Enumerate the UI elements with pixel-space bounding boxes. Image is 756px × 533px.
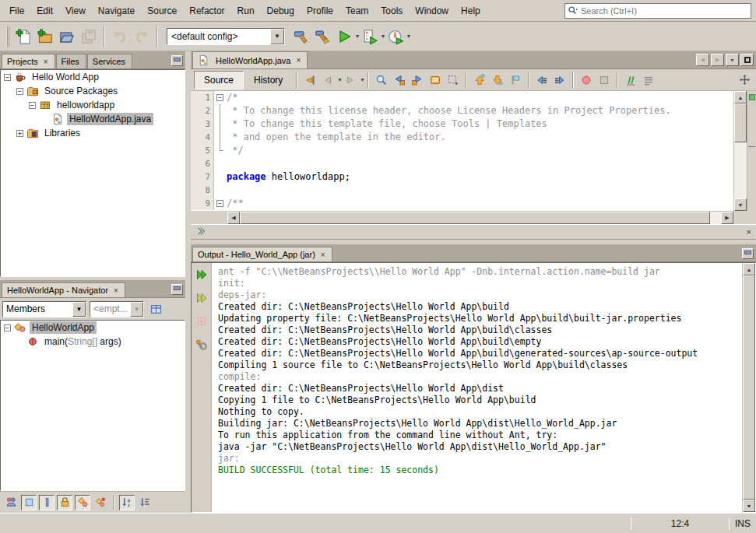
projects-tree-item[interactable]: −Source Packages — [1, 84, 185, 98]
config-select[interactable]: <default config>▼ — [167, 28, 285, 45]
close-navigator-icon[interactable]: × — [114, 286, 118, 295]
members-view-select[interactable]: Members ▼ — [2, 301, 86, 317]
last-edit-icon[interactable] — [301, 72, 318, 89]
bookmark-prev-icon[interactable] — [471, 72, 488, 89]
minimize-navigator-button[interactable] — [171, 284, 183, 295]
bookmark-next-icon[interactable] — [489, 72, 506, 89]
forward-icon[interactable] — [342, 72, 359, 89]
output-vertical-scrollbar[interactable]: ▲ ▼ — [742, 263, 755, 512]
profile-button[interactable] — [385, 26, 406, 47]
search-box[interactable] — [564, 3, 751, 19]
chevron-down-icon[interactable]: ▼ — [270, 29, 284, 44]
fold-collapse-icon[interactable]: − — [216, 200, 223, 207]
maximize-editor-button[interactable] — [740, 54, 754, 66]
chevron-down-icon[interactable]: ▼ — [72, 302, 86, 317]
tab-projects[interactable]: Projects× — [2, 54, 55, 68]
scrollbar-thumb[interactable] — [240, 212, 710, 224]
uncomment-icon[interactable] — [640, 72, 657, 89]
collapse-icon[interactable]: − — [29, 102, 36, 109]
fold-margin[interactable] — [214, 131, 227, 144]
rerun-alt-button[interactable] — [195, 291, 209, 305]
search-input[interactable] — [581, 5, 751, 17]
collapse-icon[interactable]: − — [4, 74, 11, 81]
menu-debug[interactable]: Debug — [261, 3, 301, 19]
find-next-icon[interactable] — [409, 72, 426, 89]
editor-tab[interactable]: HelloWorldApp.java × — [192, 51, 308, 68]
back-icon[interactable] — [319, 72, 336, 89]
fold-margin[interactable] — [214, 144, 227, 157]
shift-right-icon[interactable] — [551, 72, 568, 89]
close-breadcrumb-icon[interactable]: × — [747, 227, 751, 237]
expand-icon[interactable]: + — [16, 130, 23, 137]
sort-source-filter-button[interactable] — [137, 495, 153, 510]
split-editor-icon[interactable] — [736, 72, 753, 89]
inherited-filter-button[interactable] — [3, 495, 19, 510]
chevron-down-icon[interactable]: ▾ — [360, 76, 364, 83]
toolbar-grip[interactable] — [6, 26, 9, 47]
tab-list-dropdown-button[interactable]: ▼ — [726, 54, 739, 66]
new-project-button[interactable] — [34, 26, 56, 47]
sort-alpha-filter-button[interactable]: az — [119, 495, 135, 510]
source-view-button[interactable]: Source — [194, 71, 244, 89]
scroll-tabs-right-button[interactable]: ▶ — [711, 54, 724, 66]
fold-margin[interactable] — [214, 104, 227, 117]
rerun-button[interactable] — [195, 268, 209, 282]
scroll-up-arrow[interactable]: ▲ — [743, 263, 755, 275]
inner-class-dot-filter-button[interactable] — [93, 495, 108, 510]
stop-button[interactable] — [195, 314, 209, 328]
scroll-right-arrow[interactable]: ▶ — [721, 212, 733, 224]
menu-view[interactable]: View — [59, 3, 92, 19]
minimize-projects-button[interactable] — [171, 55, 183, 66]
output-console[interactable]: ant -f "C:\\NetBeansProjects\\Hello Worl… — [212, 263, 742, 512]
code-editor[interactable]: 1−/*2 * To change this license header, c… — [191, 91, 756, 211]
chevron-down-icon[interactable]: ▾ — [407, 33, 410, 40]
open-project-button[interactable] — [56, 26, 78, 47]
fold-margin[interactable] — [214, 170, 227, 184]
fold-margin[interactable] — [214, 117, 227, 131]
menu-refactor[interactable]: Refactor — [183, 3, 230, 19]
find-prev-icon[interactable] — [391, 72, 408, 89]
projects-tree-item[interactable]: +Libraries — [1, 126, 185, 140]
ant-settings-button[interactable] — [195, 338, 209, 352]
menu-tools[interactable]: Tools — [374, 3, 409, 19]
menu-window[interactable]: Window — [409, 3, 455, 19]
shift-left-icon[interactable] — [533, 72, 550, 89]
columns-view-button[interactable] — [147, 300, 164, 317]
non-public-filter-button[interactable] — [57, 495, 72, 510]
scroll-left-arrow[interactable]: ◀ — [227, 212, 240, 224]
scroll-up-arrow[interactable]: ▲ — [734, 91, 747, 103]
new-file-button[interactable] — [12, 26, 34, 47]
fields-filter-button[interactable] — [21, 495, 37, 510]
close-output-tab-icon[interactable]: × — [321, 251, 325, 259]
menu-team[interactable]: Team — [339, 3, 374, 19]
breadcrumb-expand-icon[interactable] — [195, 226, 206, 238]
vertical-splitter[interactable] — [185, 51, 191, 513]
inner-class-filter-button[interactable] — [75, 495, 90, 510]
save-all-button[interactable] — [78, 26, 100, 47]
run-button[interactable] — [333, 26, 355, 47]
clean-build-button[interactable] — [311, 26, 333, 47]
comment-icon[interactable] — [622, 72, 639, 89]
scroll-down-arrow[interactable]: ▼ — [734, 198, 747, 211]
fold-margin[interactable]: − — [214, 197, 227, 210]
fold-margin[interactable]: − — [214, 91, 227, 104]
menu-help[interactable]: Help — [455, 3, 487, 19]
code-pane[interactable]: 1−/*2 * To change this license header, c… — [191, 91, 733, 211]
scroll-down-arrow[interactable]: ▼ — [743, 500, 755, 512]
projects-tree[interactable]: −Hello World App−Source Packages−hellowo… — [0, 69, 185, 277]
navigator-tab[interactable]: HelloWorldApp - Navigator × — [2, 282, 125, 297]
projects-tree-item[interactable]: −helloworldapp — [1, 98, 185, 112]
scrollbar-thumb[interactable] — [743, 275, 755, 500]
highlight-icon[interactable] — [427, 72, 444, 89]
fold-margin[interactable] — [214, 184, 227, 197]
error-stripe[interactable] — [747, 91, 756, 211]
collapse-icon[interactable]: − — [16, 88, 23, 95]
macro-stop-icon[interactable] — [596, 72, 613, 89]
debug-button[interactable] — [359, 26, 381, 47]
scrollbar-thumb[interactable] — [734, 103, 747, 142]
scroll-tabs-left-button[interactable]: ◀ — [696, 54, 709, 66]
bookmark-toggle-icon[interactable] — [507, 72, 524, 89]
macro-record-icon[interactable] — [578, 72, 595, 89]
history-view-button[interactable]: History — [244, 72, 292, 89]
projects-tree-item[interactable]: −HelloWorldApp.java — [1, 112, 185, 126]
